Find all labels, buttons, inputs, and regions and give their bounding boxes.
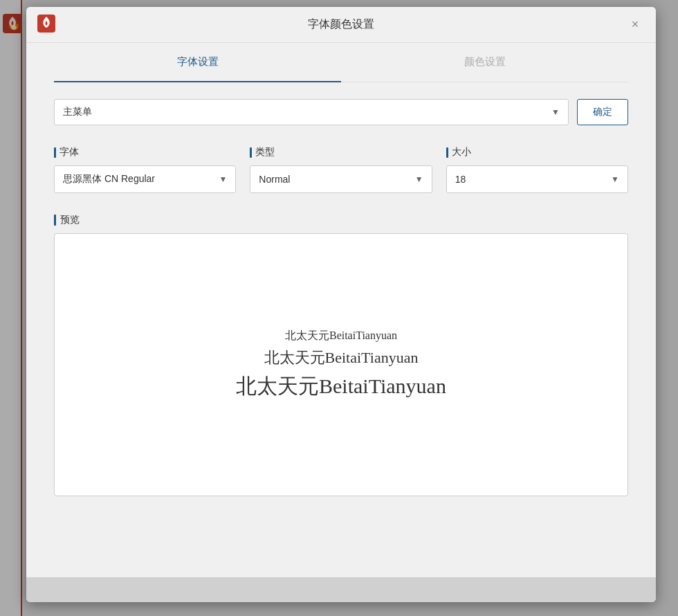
size-dropdown-arrow-icon: ▼ (611, 174, 619, 184)
close-button[interactable]: × (625, 15, 645, 35)
preview-label: 预览 (54, 214, 628, 226)
dialog-title: 字体颜色设置 (308, 17, 374, 32)
font-family-column: 字体 思源黑体 CN Regular ▼ (54, 146, 236, 193)
dialog-bottom-bar (26, 577, 656, 602)
preview-line-3: 北太天元BeitaiTianyuan (236, 372, 446, 401)
font-type-column: 类型 Normal ▼ (250, 146, 432, 193)
main-dropdown-arrow-icon: ▼ (551, 107, 560, 117)
preview-line-1: 北太天元BeitaiTianyuan (285, 329, 397, 343)
preview-line-2: 北太天元BeitaiTianyuan (264, 347, 419, 368)
tab-color-settings[interactable]: 颜色设置 (341, 43, 628, 82)
dialog-titlebar: 字体颜色设置 × (26, 7, 656, 43)
font-dropdown-arrow-icon: ▼ (219, 174, 227, 184)
type-dropdown-arrow-icon: ▼ (415, 174, 423, 184)
preview-box: 北太天元BeitaiTianyuan 北太天元BeitaiTianyuan 北太… (54, 233, 628, 496)
font-color-settings-dialog: 字体颜色设置 × 字体设置 颜色设置 主菜单 ▼ 确定 字体 (26, 7, 656, 602)
font-family-label: 字体 (54, 146, 236, 158)
dropdown-row: 主菜单 ▼ 确定 (54, 99, 628, 125)
font-size-label: 大小 (446, 146, 628, 158)
font-size-dropdown[interactable]: 18 ▼ (446, 165, 628, 193)
font-family-dropdown[interactable]: 思源黑体 CN Regular ▼ (54, 165, 236, 193)
font-size-column: 大小 18 ▼ (446, 146, 628, 193)
font-settings-row: 字体 思源黑体 CN Regular ▼ 类型 Normal ▼ 大小 18 (54, 146, 628, 193)
tabs-row: 字体设置 颜色设置 (54, 43, 628, 82)
font-type-dropdown[interactable]: Normal ▼ (250, 165, 432, 193)
preview-section: 预览 北太天元BeitaiTianyuan 北太天元BeitaiTianyuan… (54, 214, 628, 496)
main-menu-dropdown[interactable]: 主菜单 ▼ (54, 99, 569, 125)
confirm-button[interactable]: 确定 (577, 99, 628, 125)
dialog-content: 字体设置 颜色设置 主菜单 ▼ 确定 字体 思源黑体 CN Regular ▼ (26, 43, 656, 602)
tab-font-settings[interactable]: 字体设置 (54, 43, 341, 82)
font-type-label: 类型 (250, 146, 432, 158)
dialog-logo (37, 15, 55, 35)
